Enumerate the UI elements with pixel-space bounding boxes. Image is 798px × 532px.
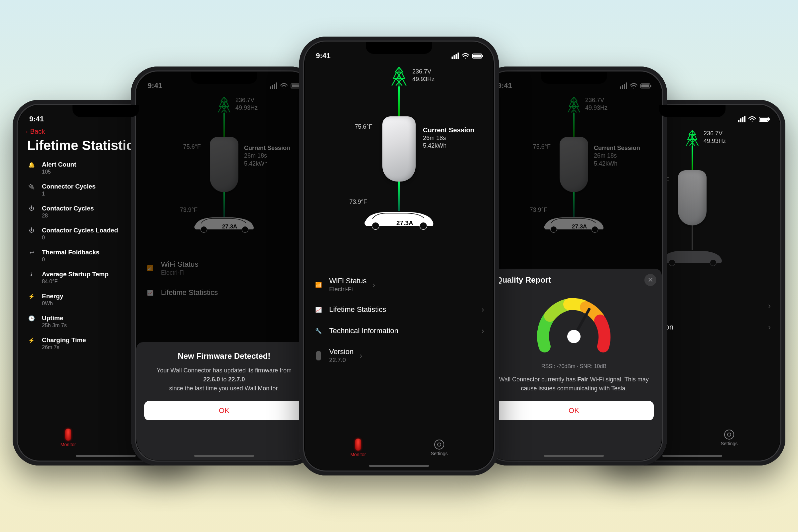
wifi-icon: 📶	[314, 282, 323, 288]
cellular-icon	[452, 53, 459, 59]
session-title: Current Session	[594, 144, 640, 152]
clock-icon: 🕒	[27, 315, 36, 322]
session-title: Current Session	[244, 144, 290, 152]
modal-title: New Firmware Detected!	[144, 352, 304, 361]
row-technical-info[interactable]: 🔧 Technical Information ›	[305, 320, 493, 341]
battery-icon	[759, 117, 769, 122]
close-button[interactable]: ✕	[644, 274, 657, 286]
wifi-icon	[461, 53, 470, 59]
connector-temp: 75.6°F	[533, 143, 551, 151]
cellular-icon	[270, 82, 277, 89]
wifi-icon	[748, 116, 756, 122]
monitor-icon	[355, 439, 361, 451]
session-duration: 26m 18s	[594, 152, 640, 159]
grid-wire	[224, 113, 225, 137]
handle-temp: 73.9°F	[349, 198, 367, 206]
home-indicator[interactable]	[194, 455, 254, 457]
row-wifi-status[interactable]: 📶 WiFi StatusElectri-Fi ›	[305, 271, 493, 299]
chevron-right-icon: ›	[481, 305, 484, 314]
tab-monitor[interactable]: Monitor	[350, 439, 366, 457]
wifi-icon	[630, 82, 638, 89]
battery-icon	[640, 83, 650, 89]
switch-icon: ⏻	[27, 205, 36, 211]
session-energy: 5.42kWh	[423, 142, 474, 150]
grid-pylon	[567, 96, 581, 114]
grid-voltage: 236.7V	[704, 130, 726, 137]
grid-frequency: 49.93Hz	[235, 104, 258, 112]
grid-wire	[398, 87, 400, 116]
modal-body: Your Wall Connector has updated its firm…	[144, 366, 304, 393]
clock: 9:41	[29, 115, 44, 124]
chart-icon: 📈	[146, 290, 155, 296]
grid-frequency: 49.93Hz	[412, 75, 435, 83]
bolt-icon: ⚡	[27, 292, 36, 300]
clock: 9:41	[316, 52, 330, 60]
current-amps: 27.3A	[572, 224, 587, 230]
switch-loaded-icon: ⏻	[27, 227, 36, 233]
row-lifetime-stats[interactable]: 📈Lifetime Statistics	[136, 282, 312, 303]
wifi-icon: 📶	[146, 265, 155, 271]
grid-wire	[691, 146, 693, 170]
signal-gauge	[527, 290, 621, 357]
clock: 9:41	[148, 81, 162, 90]
return-icon: ↩	[27, 249, 36, 256]
chevron-right-icon: ›	[373, 280, 375, 290]
bell-icon: 🔔	[27, 161, 36, 168]
wifi-icon	[280, 82, 288, 89]
wrench-icon: 🔧	[314, 328, 323, 334]
wifi-quality-modal: ✕ Quality Report RSSI: -70dBm · SNR: 10d…	[486, 269, 662, 460]
gear-icon	[724, 430, 734, 440]
grid-pylon	[391, 66, 407, 87]
handle-temp: 73.9°F	[530, 206, 547, 214]
chevron-right-icon: ›	[768, 301, 771, 310]
wall-connector	[382, 116, 416, 182]
session-title: Current Session	[423, 126, 474, 134]
grid-frequency: 49.93Hz	[585, 104, 607, 112]
current-amps: 27.3A	[396, 220, 413, 227]
tab-monitor[interactable]: Monitor	[60, 429, 76, 447]
vehicle-wire	[573, 192, 574, 217]
home-indicator[interactable]	[76, 455, 136, 457]
gear-icon	[434, 440, 444, 450]
chevron-right-icon: ›	[768, 323, 771, 332]
ok-button[interactable]: OK	[144, 401, 304, 420]
svg-point-5	[567, 330, 581, 343]
connector-icon	[314, 351, 323, 360]
ok-button[interactable]: OK	[494, 401, 654, 420]
firmware-modal: New Firmware Detected! Your Wall Connect…	[136, 342, 312, 460]
plug-icon: 🔌	[27, 183, 36, 190]
row-lifetime-stats[interactable]: 📈 Lifetime Statistics ›	[305, 299, 493, 320]
chevron-left-icon: ‹	[26, 128, 28, 135]
clock: 9:41	[497, 81, 512, 90]
chevron-right-icon: ›	[481, 326, 484, 336]
tab-settings[interactable]: Settings	[431, 440, 448, 456]
wall-connector	[559, 137, 588, 192]
handle-temp: 73.9°F	[180, 206, 197, 214]
vehicle-wire	[398, 182, 400, 211]
wall-connector	[678, 170, 706, 225]
cellular-icon	[620, 82, 627, 89]
grid-voltage: 236.7V	[235, 96, 258, 104]
grid-wire	[573, 113, 574, 137]
modal-body: Wall Connector currently has Fair Wi-Fi …	[494, 375, 654, 393]
monitor-icon	[65, 429, 71, 440]
connector-temp: 75.6°F	[355, 123, 373, 131]
home-indicator[interactable]	[662, 455, 722, 457]
session-energy: 5.42kWh	[594, 160, 640, 168]
vehicle-icon	[362, 208, 436, 230]
grid-pylon	[217, 96, 231, 114]
grid-voltage: 236.7V	[585, 96, 607, 104]
tab-bar: Monitor Settings	[305, 433, 493, 463]
vehicle-wire	[691, 225, 693, 250]
home-indicator[interactable]	[369, 465, 429, 467]
modal-title: Quality Report	[494, 275, 654, 285]
row-version[interactable]: Version22.7.0 ›	[305, 341, 493, 370]
session-energy: 5.42kWh	[244, 160, 290, 168]
cellular-icon	[738, 116, 745, 122]
home-indicator[interactable]	[544, 455, 604, 457]
grid-frequency: 49.93Hz	[704, 137, 726, 145]
battery-icon	[472, 54, 482, 58]
tab-settings[interactable]: Settings	[721, 430, 738, 446]
chevron-right-icon: ›	[359, 351, 362, 360]
row-wifi-status[interactable]: 📶WiFi StatusElectri-Fi	[136, 254, 312, 282]
